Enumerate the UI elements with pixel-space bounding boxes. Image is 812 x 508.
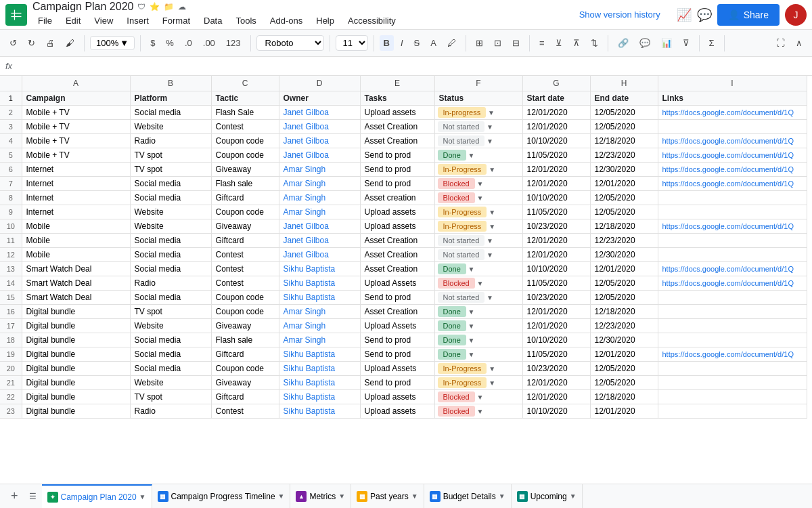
cell-link[interactable]: https://docs.google.com/document/d/1Q [658, 219, 807, 234]
cell-tasks[interactable]: Upload assets [360, 390, 434, 404]
cell-link[interactable] [658, 205, 807, 219]
cell-platform[interactable]: Radio [130, 276, 211, 291]
cell-campaign[interactable]: Mobile [22, 248, 130, 262]
cell-campaign[interactable]: Mobile + TV [22, 148, 130, 163]
cell-end-date[interactable]: 12/23/2020 [590, 319, 658, 333]
sort-button[interactable]: ⇅ [587, 35, 602, 51]
col-header-D[interactable]: D [279, 76, 360, 91]
cell-tactic[interactable]: Giftcard [211, 347, 279, 362]
cell-owner[interactable]: Sikhu Baptista [279, 404, 360, 419]
cell-end-date[interactable]: 12/18/2020 [590, 390, 658, 404]
cell-owner[interactable]: Amar Singh [279, 177, 360, 191]
tab-metrics[interactable]: ▲ Metrics ▼ [290, 484, 351, 509]
filter-button[interactable]: ⊽ [679, 35, 694, 51]
cell-end-date[interactable]: 12/01/2020 [590, 347, 658, 362]
cell-start-date[interactable]: 12/01/2020 [522, 177, 590, 191]
cell-end-date[interactable]: 12/05/2020 [590, 362, 658, 376]
cell-status[interactable]: Done ▼ [434, 148, 522, 163]
cell-tactic[interactable]: Flash Sale [211, 106, 279, 120]
sheet-table-wrapper[interactable]: A B C D E F G H I 1 Campaign Platform Ta… [0, 76, 812, 484]
strikethrough-button[interactable]: S [410, 35, 424, 51]
tab-upcoming[interactable]: ▦ Upcoming ▼ [512, 484, 583, 509]
cell-link[interactable] [658, 362, 807, 376]
status-dropdown-arrow[interactable]: ▼ [466, 308, 475, 316]
menu-data[interactable]: Data [198, 13, 227, 28]
cell-campaign[interactable]: Smart Watch Deal [22, 276, 130, 291]
status-dropdown-arrow[interactable]: ▼ [484, 251, 493, 259]
cell-tactic[interactable]: Giveaway [211, 163, 279, 177]
cell-platform[interactable]: Website [130, 120, 211, 134]
col-header-C[interactable]: C [211, 76, 279, 91]
menu-tools[interactable]: Tools [230, 13, 261, 28]
cell-end-date[interactable]: 12/05/2020 [590, 120, 658, 134]
cell-platform[interactable]: Social media [130, 106, 211, 120]
cell-link[interactable] [658, 390, 807, 404]
cell-status[interactable]: Done ▼ [434, 305, 522, 319]
cell-link[interactable] [658, 305, 807, 319]
status-dropdown-arrow[interactable]: ▼ [484, 294, 493, 301]
borders-button[interactable]: ⊞ [472, 35, 487, 51]
format-number-button[interactable]: 123 [222, 35, 245, 51]
cell-start-date[interactable]: 12/01/2020 [522, 163, 590, 177]
cell-platform[interactable]: Social media [130, 347, 211, 362]
cell-link[interactable] [658, 291, 807, 305]
cell-owner[interactable]: Janet Gilboa [279, 219, 360, 234]
cell-status[interactable]: Blocked ▼ [434, 276, 522, 291]
cell-campaign[interactable]: Internet [22, 205, 130, 219]
col-header-F[interactable]: F [434, 76, 522, 91]
cell-link[interactable] [658, 248, 807, 262]
cell-status[interactable]: Done ▼ [434, 319, 522, 333]
cell-tasks[interactable]: Send to prod [360, 333, 434, 347]
merge-button[interactable]: ⊡ [490, 35, 505, 51]
header-owner[interactable]: Owner [279, 91, 360, 106]
cell-tactic[interactable]: Contest [211, 404, 279, 419]
cell-tactic[interactable]: Giveaway [211, 319, 279, 333]
cell-owner[interactable]: Sikhu Baptista [279, 376, 360, 390]
menu-addons[interactable]: Add-ons [265, 13, 308, 28]
cell-owner[interactable]: Amar Singh [279, 163, 360, 177]
formula-input[interactable] [18, 61, 807, 71]
italic-button[interactable]: I [397, 35, 407, 51]
menu-insert[interactable]: Insert [121, 13, 154, 28]
cell-start-date[interactable]: 12/01/2020 [522, 120, 590, 134]
cell-tasks[interactable]: Send to prod [360, 148, 434, 163]
text-color-button[interactable]: A [426, 35, 441, 51]
cell-start-date[interactable]: 10/10/2020 [522, 333, 590, 347]
cell-platform[interactable]: TV spot [130, 148, 211, 163]
cell-platform[interactable]: Website [130, 205, 211, 219]
cell-start-date[interactable]: 11/05/2020 [522, 347, 590, 362]
cell-status[interactable]: In-progress ▼ [434, 106, 522, 120]
cell-status[interactable]: Done ▼ [434, 347, 522, 362]
redo-button[interactable]: ↻ [24, 35, 39, 51]
header-status[interactable]: Status [434, 91, 522, 106]
cell-link[interactable] [658, 319, 807, 333]
cell-owner[interactable]: Amar Singh [279, 305, 360, 319]
cell-end-date[interactable]: 12/05/2020 [590, 276, 658, 291]
cell-platform[interactable]: Social media [130, 262, 211, 276]
cell-owner[interactable]: Janet Gilboa [279, 120, 360, 134]
cell-start-date[interactable]: 12/01/2020 [522, 305, 590, 319]
cell-platform[interactable]: Website [130, 319, 211, 333]
tab-dropdown-upcoming[interactable]: ▼ [570, 492, 577, 500]
cell-owner[interactable]: Janet Gilboa [279, 134, 360, 148]
col-header-B[interactable]: B [130, 76, 211, 91]
status-dropdown-arrow[interactable]: ▼ [466, 351, 475, 358]
cell-campaign[interactable]: Mobile [22, 219, 130, 234]
cell-tasks[interactable]: Upload assets [360, 219, 434, 234]
cell-status[interactable]: Not started ▼ [434, 134, 522, 148]
cell-platform[interactable]: TV spot [130, 163, 211, 177]
decimal-decrease-button[interactable]: .0 [181, 35, 196, 51]
cell-tasks[interactable]: Send to prod [360, 177, 434, 191]
cell-owner[interactable]: Sikhu Baptista [279, 262, 360, 276]
cell-campaign[interactable]: Digital bundle [22, 347, 130, 362]
tab-dropdown-campaign-plan[interactable]: ▼ [139, 493, 146, 501]
cell-end-date[interactable]: 12/05/2020 [590, 106, 658, 120]
cell-end-date[interactable]: 12/23/2020 [590, 148, 658, 163]
comment-button[interactable]: 💬 [635, 35, 654, 51]
cell-link[interactable]: https://docs.google.com/document/d/1Q [658, 347, 807, 362]
cell-tactic[interactable]: Coupon code [211, 305, 279, 319]
menu-view[interactable]: View [89, 13, 118, 28]
cell-platform[interactable]: Social media [130, 248, 211, 262]
cell-campaign[interactable]: Internet [22, 191, 130, 205]
star-icon[interactable]: 🛡 [137, 2, 145, 12]
